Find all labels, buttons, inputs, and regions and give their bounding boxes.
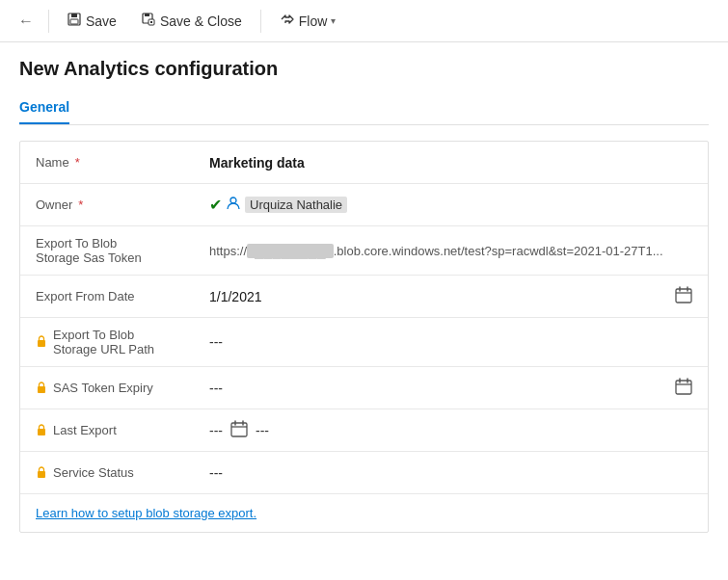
person-icon (226, 196, 241, 215)
back-icon: ← (18, 13, 34, 30)
help-link-container: Learn how to setup blob storage export. (20, 494, 708, 532)
svg-rect-14 (676, 381, 691, 394)
page-title: New Analytics configuration (19, 58, 709, 80)
field-owner-label: Owner * (36, 198, 209, 212)
sas-expiry-calendar-icon[interactable] (675, 378, 692, 399)
field-owner-value[interactable]: ✔ Urquiza Nathalie (209, 196, 692, 215)
owner-icons: ✔ Urquiza Nathalie (209, 196, 347, 215)
svg-point-7 (230, 198, 236, 203)
svg-rect-18 (38, 429, 45, 435)
field-export-from-date-row: Export From Date 1/1/2021 (20, 276, 708, 318)
required-star-name: * (75, 155, 80, 170)
field-sas-expiry-label: SAS Token Expiry (36, 381, 209, 396)
field-export-blob-url-label: Export To BlobStorage URL Path (36, 328, 209, 356)
help-link[interactable]: Learn how to setup blob storage export. (20, 494, 708, 532)
flow-icon (280, 13, 295, 29)
save-close-label: Save & Close (160, 13, 242, 29)
tabs: General (19, 92, 709, 125)
lock-icon-last-export (36, 423, 47, 438)
field-export-blob-sas-label: Export To BlobStorage Sas Token (36, 236, 209, 265)
back-button[interactable]: ← (12, 7, 40, 36)
lock-icon-service-status (36, 465, 47, 481)
toolbar-separator-2 (260, 10, 261, 33)
save-button[interactable]: Save (57, 7, 127, 35)
page-content: New Analytics configuration General Name… (0, 42, 728, 548)
owner-name-text: Urquiza Nathalie (245, 197, 347, 213)
export-from-date-calendar-icon[interactable] (675, 286, 692, 307)
form-container: Name * Marketing data Owner * ✔ (19, 141, 709, 533)
svg-rect-1 (71, 13, 77, 17)
svg-rect-6 (150, 21, 152, 23)
svg-rect-8 (676, 289, 691, 303)
last-export-calendar-icon[interactable] (230, 420, 248, 440)
field-export-blob-url-row: Export To BlobStorage URL Path --- (20, 318, 708, 367)
field-name-row: Name * Marketing data (20, 142, 708, 184)
field-last-export-label: Last Export (36, 423, 209, 438)
lock-icon-sas (36, 381, 47, 396)
field-export-blob-sas-row: Export To BlobStorage Sas Token https://… (20, 226, 708, 276)
flow-label: Flow (299, 13, 328, 29)
save-icon (67, 13, 81, 29)
field-last-export-value: --- --- (209, 420, 692, 440)
lock-icon-url (36, 334, 47, 350)
flow-button[interactable]: Flow ▾ (269, 7, 347, 35)
save-close-button[interactable]: Save & Close (131, 7, 253, 35)
field-owner-row: Owner * ✔ Urquiza Nathalie (20, 184, 708, 226)
field-last-export-row: Last Export --- --- (20, 409, 708, 452)
required-star-owner: * (78, 198, 83, 212)
svg-rect-19 (231, 423, 247, 436)
save-close-icon (142, 13, 155, 29)
field-export-from-date-label: Export From Date (36, 289, 209, 303)
svg-rect-4 (145, 13, 149, 16)
field-service-status-label: Service Status (36, 465, 209, 481)
field-export-blob-url-value: --- (209, 334, 692, 350)
toolbar-separator-1 (48, 10, 49, 33)
toolbar: ← Save Save & Close (0, 0, 728, 42)
flow-chevron-icon: ▾ (331, 15, 336, 26)
field-service-status-row: Service Status --- (20, 452, 708, 494)
field-name-value: Marketing data (209, 155, 692, 171)
field-export-blob-sas-value: https://████████.blob.core.windows.net/t… (209, 244, 692, 258)
svg-rect-23 (38, 471, 45, 478)
field-service-status-value: --- (209, 465, 692, 481)
check-circle-icon: ✔ (209, 196, 222, 214)
svg-rect-2 (70, 19, 78, 24)
field-export-from-date-value: 1/1/2021 (209, 286, 692, 307)
field-sas-expiry-value: --- (209, 378, 692, 399)
field-sas-expiry-row: SAS Token Expiry --- (20, 367, 708, 409)
field-name-label: Name * (36, 155, 209, 170)
svg-rect-13 (38, 386, 45, 393)
svg-rect-12 (38, 340, 45, 347)
save-label: Save (86, 13, 117, 29)
tab-general[interactable]: General (19, 92, 69, 124)
